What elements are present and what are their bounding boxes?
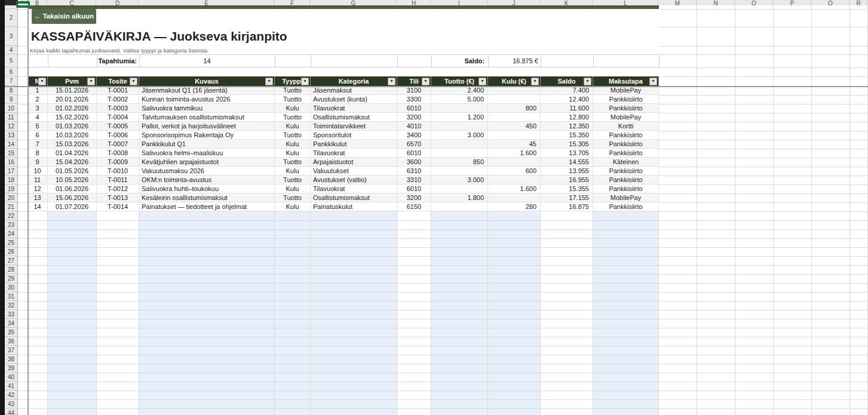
cell[interactable]: Pankkisiirto bbox=[593, 167, 659, 176]
row-header-35[interactable]: 35 bbox=[5, 328, 18, 337]
balance-value[interactable]: 16.875 € bbox=[488, 54, 541, 67]
row-header-32[interactable]: 32 bbox=[5, 301, 18, 310]
column-letter-I[interactable]: I bbox=[431, 0, 487, 5]
row-header-34[interactable]: 34 bbox=[5, 319, 18, 328]
cell[interactable]: 10.05.2026 bbox=[48, 176, 97, 185]
cell[interactable] bbox=[488, 193, 541, 202]
row-header-8[interactable]: 8 bbox=[5, 86, 18, 95]
empty-cells-column-K[interactable] bbox=[541, 211, 593, 415]
cell[interactable]: T-0007 bbox=[97, 140, 139, 149]
column-letter-Q[interactable]: Q bbox=[812, 0, 849, 5]
cell[interactable]: 12.400 bbox=[541, 95, 593, 104]
cell[interactable]: T-0006 bbox=[97, 131, 139, 140]
row-header-43[interactable]: 43 bbox=[5, 399, 18, 408]
cell[interactable]: Painatukset — tiedotteet ja ohjelmat bbox=[139, 202, 275, 211]
cell[interactable]: Vakuutusmaksu 2026 bbox=[139, 167, 275, 176]
column-letter-P[interactable]: P bbox=[774, 0, 811, 5]
cell[interactable]: Osallistumismaksut bbox=[311, 113, 397, 122]
column-letter-H[interactable]: H bbox=[397, 0, 431, 5]
row-header-39[interactable]: 39 bbox=[5, 364, 18, 373]
cell[interactable]: Kesäleirin osallistumismaksut bbox=[139, 193, 275, 202]
cell[interactable]: 6010 bbox=[397, 149, 431, 158]
cell[interactable] bbox=[431, 149, 488, 158]
empty-cells-column-L[interactable] bbox=[593, 211, 659, 415]
row-header-37[interactable]: 37 bbox=[5, 346, 18, 355]
summary-cell-B[interactable] bbox=[27, 54, 48, 67]
cell[interactable] bbox=[488, 131, 541, 140]
cell[interactable]: 6 bbox=[27, 131, 48, 140]
row-header-4[interactable]: 4 bbox=[5, 46, 18, 54]
empty-cells-column-C[interactable] bbox=[48, 211, 97, 415]
cell[interactable]: Vakuutukset bbox=[311, 167, 397, 176]
cell[interactable]: T-0005 bbox=[97, 122, 139, 131]
cell[interactable]: 15.03.2026 bbox=[48, 140, 97, 149]
column-letter-L[interactable]: L bbox=[593, 0, 658, 5]
empty-cells-column-J[interactable] bbox=[488, 211, 541, 415]
cell[interactable]: Pankkisiirto bbox=[593, 95, 659, 104]
empty-column-N[interactable] bbox=[697, 5, 735, 415]
column-header-tosite[interactable]: Tosite▼ bbox=[97, 76, 139, 86]
cell[interactable]: Kunnan toiminta-avustus 2026 bbox=[139, 95, 275, 104]
row-header-36[interactable]: 36 bbox=[5, 337, 18, 346]
cell[interactable]: 7.400 bbox=[541, 86, 593, 95]
cell[interactable]: 3100 bbox=[397, 86, 431, 95]
column-letter-K[interactable]: K bbox=[541, 0, 593, 5]
cell[interactable]: 800 bbox=[488, 104, 541, 113]
cell[interactable]: 15.02.2026 bbox=[48, 113, 97, 122]
cell[interactable]: 15.305 bbox=[541, 140, 593, 149]
filter-dropdown-icon[interactable]: ▼ bbox=[265, 78, 273, 85]
row-header-25[interactable]: 25 bbox=[5, 238, 18, 247]
filter-dropdown-icon[interactable]: ▼ bbox=[649, 78, 657, 85]
cell[interactable]: 11 bbox=[27, 176, 48, 185]
cell[interactable]: Salivuokra helmi–maaliskuu bbox=[139, 149, 275, 158]
empty-cells-column-D[interactable] bbox=[97, 211, 139, 415]
cell[interactable]: T-0009 bbox=[97, 158, 139, 167]
row-header-42[interactable]: 42 bbox=[5, 391, 18, 399]
cell[interactable]: 45 bbox=[488, 140, 541, 149]
cell[interactable]: Kulu bbox=[275, 202, 311, 211]
column-letter-B[interactable]: B bbox=[27, 0, 47, 5]
empty-column-P[interactable] bbox=[774, 5, 812, 415]
cell[interactable]: Pankkisiirto bbox=[593, 104, 659, 113]
cell[interactable]: 15.350 bbox=[541, 131, 593, 140]
cell[interactable]: T-0013 bbox=[97, 193, 139, 202]
cell[interactable]: 3200 bbox=[397, 113, 431, 122]
cell[interactable]: 10.03.2026 bbox=[48, 131, 97, 140]
cell[interactable]: 450 bbox=[488, 122, 541, 131]
empty-column-Q[interactable] bbox=[812, 5, 850, 415]
row-header-14[interactable]: 14 bbox=[5, 140, 18, 149]
cell[interactable]: Käteinen bbox=[593, 158, 659, 167]
row-header-20[interactable]: 20 bbox=[5, 193, 18, 202]
cell[interactable] bbox=[431, 104, 488, 113]
summary-cell-H[interactable] bbox=[397, 54, 432, 67]
row-header-41[interactable]: 41 bbox=[5, 382, 18, 391]
cell[interactable]: Pallot, verkot ja harjoitusvälineet bbox=[139, 122, 275, 131]
column-header-kategoria[interactable]: Kategoria▼ bbox=[311, 76, 397, 86]
cell[interactable]: 13.705 bbox=[541, 149, 593, 158]
cell[interactable] bbox=[488, 176, 541, 185]
cell[interactable]: 5 bbox=[27, 122, 48, 131]
cell[interactable]: 2.400 bbox=[431, 86, 488, 95]
cell[interactable]: Kortti bbox=[593, 122, 659, 131]
cell[interactable]: 01.05.2026 bbox=[48, 167, 97, 176]
cell[interactable]: 15.355 bbox=[541, 185, 593, 193]
cell[interactable]: 01.04.2026 bbox=[48, 149, 97, 158]
cell[interactable]: Jäsenmaksut bbox=[311, 86, 397, 95]
row-header-10[interactable]: 10 bbox=[5, 104, 18, 113]
cell[interactable]: 6150 bbox=[397, 202, 431, 211]
cell[interactable]: Pankkisiirto bbox=[593, 131, 659, 140]
cell[interactable]: 01.03.2026 bbox=[48, 122, 97, 131]
cell[interactable]: Kulu bbox=[275, 167, 311, 176]
filter-dropdown-icon[interactable]: ▼ bbox=[130, 78, 137, 85]
cell[interactable]: 3600 bbox=[397, 158, 431, 167]
cell[interactable]: 20.01.2026 bbox=[48, 95, 97, 104]
cell[interactable]: 14.555 bbox=[541, 158, 593, 167]
cell[interactable]: 8 bbox=[27, 149, 48, 158]
cell[interactable]: 2 bbox=[27, 95, 48, 104]
cell[interactable]: 10 bbox=[27, 167, 48, 176]
cell[interactable]: 1.800 bbox=[431, 193, 488, 202]
cell[interactable]: Pankkisiirto bbox=[593, 202, 659, 211]
cell[interactable]: Pankkikulut bbox=[311, 140, 397, 149]
cell[interactable]: 3200 bbox=[397, 193, 431, 202]
column-header-tili[interactable]: Tili▼ bbox=[397, 76, 431, 86]
